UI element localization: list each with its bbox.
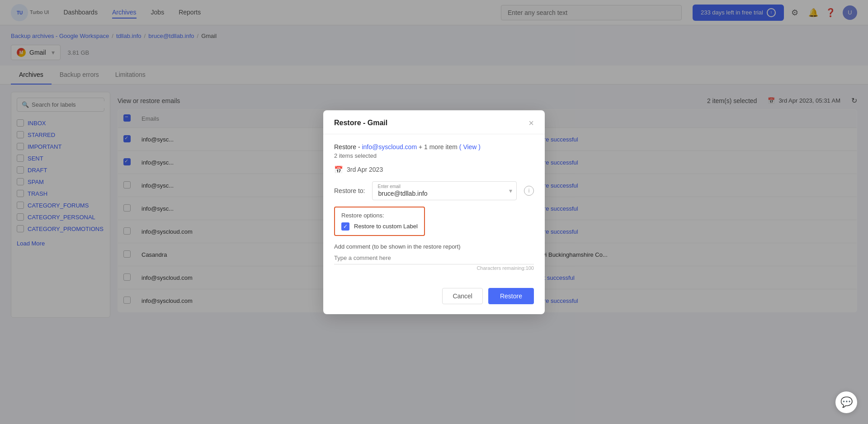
email-field-label: Enter email [377, 184, 401, 189]
view-link[interactable]: ( View ) [459, 143, 481, 151]
restore-prefix: Restore - [334, 143, 362, 151]
restore-more-item: + 1 more item [419, 143, 458, 151]
comment-input[interactable] [334, 253, 534, 264]
char-remaining: Characters remaining:100 [334, 265, 534, 271]
restore-date: 3rd Apr 2023 [347, 166, 383, 173]
modal-footer: Cancel Restore [323, 288, 545, 314]
modal-body: Restore - info@syscloud.com + 1 more ite… [323, 134, 545, 288]
restore-subject: Restore - info@syscloud.com + 1 more ite… [334, 143, 534, 151]
modal: Restore - Gmail × Restore - info@sysclou… [323, 110, 545, 314]
custom-label-checkbox[interactable] [341, 222, 349, 231]
modal-title: Restore - Gmail [334, 119, 387, 127]
restore-options-box: Restore options: Restore to custom Label [334, 207, 425, 236]
info-icon[interactable]: i [524, 186, 534, 196]
restore-options-title: Restore options: [341, 212, 418, 219]
modal-overlay[interactable]: Restore - Gmail × Restore - info@sysclou… [0, 0, 868, 325]
restore-option-row: Restore to custom Label [341, 222, 418, 231]
email-select-wrap: Enter email bruce@tdllab.info ▾ [372, 181, 517, 200]
custom-label-text: Restore to custom Label [354, 223, 418, 230]
cancel-button[interactable]: Cancel [442, 288, 483, 304]
items-selected: 2 items selected [334, 152, 534, 159]
restore-email: info@syscloud.com [362, 143, 417, 151]
restore-to-label: Restore to: [334, 187, 365, 194]
calendar-icon: 📅 [334, 165, 343, 174]
date-info: 📅 3rd Apr 2023 [334, 165, 534, 174]
restore-to-row: Restore to: Enter email bruce@tdllab.inf… [334, 181, 534, 200]
close-icon[interactable]: × [528, 118, 534, 127]
restore-button[interactable]: Restore [488, 288, 534, 304]
comment-label: Add comment (to be shown in the restore … [334, 243, 534, 250]
modal-header: Restore - Gmail × [323, 110, 545, 134]
